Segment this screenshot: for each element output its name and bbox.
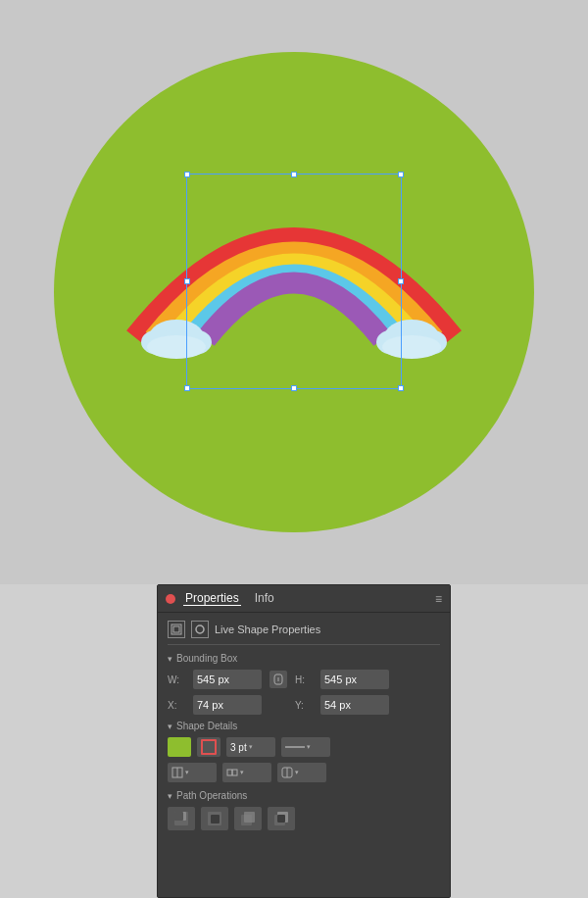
path-op-subtract[interactable] [201, 807, 228, 830]
stroke-icon[interactable] [197, 737, 220, 757]
svg-rect-28 [277, 815, 285, 823]
xy-input-row: X: Y: [168, 695, 440, 715]
link-proportions-icon[interactable] [270, 671, 287, 688]
h-label: H: [295, 674, 313, 685]
fill-color-swatch[interactable] [168, 737, 191, 757]
live-shape-title: Live Shape Properties [215, 624, 320, 635]
tab-info[interactable]: Info [253, 591, 276, 606]
shape-frame-icon [168, 621, 185, 638]
bounding-box-label: Bounding Box [168, 653, 440, 664]
panel-body: Live Shape Properties Bounding Box W: H:… [158, 613, 450, 838]
live-shape-row: Live Shape Properties [168, 621, 440, 645]
shape-row2: ▾ ▾ ▾ [168, 763, 440, 782]
panel-tabs: Properties Info [183, 591, 435, 606]
shape-details-row: 3 pt ▾ ▾ [168, 737, 440, 757]
corners-dropdown[interactable]: ▾ [277, 763, 326, 782]
svg-point-10 [196, 625, 204, 633]
caps-dropdown[interactable]: ▾ [222, 763, 271, 782]
stroke-style-arrow: ▾ [307, 743, 311, 751]
shape-circle-icon [191, 621, 209, 638]
h-input[interactable] [320, 670, 389, 689]
svg-point-7 [382, 335, 441, 359]
svg-rect-23 [211, 815, 220, 823]
align-arrow: ▾ [185, 769, 189, 776]
svg-rect-21 [174, 812, 183, 821]
stroke-size-arrow: ▾ [249, 743, 253, 751]
x-label: X: [168, 700, 185, 711]
y-input[interactable] [320, 695, 389, 715]
artwork-circle [54, 52, 534, 532]
wh-input-row: W: H: [168, 670, 440, 689]
tab-properties[interactable]: Properties [183, 591, 241, 606]
stroke-size-dropdown[interactable]: 3 pt ▾ [226, 737, 275, 757]
y-label: Y: [295, 700, 313, 711]
svg-rect-25 [244, 812, 255, 823]
stroke-size-value: 3 pt [230, 742, 247, 753]
svg-point-3 [147, 335, 206, 359]
shape-details-label: Shape Details [168, 721, 440, 731]
stroke-style-dropdown[interactable]: ▾ [281, 737, 330, 757]
x-input[interactable] [193, 695, 262, 715]
panel-menu-icon[interactable]: ≡ [435, 592, 442, 606]
path-operations-row [168, 807, 440, 830]
w-label: W: [168, 674, 185, 685]
canvas-area [0, 0, 588, 584]
corners-arrow: ▾ [295, 769, 299, 776]
path-op-exclude[interactable] [268, 807, 295, 830]
path-operations-label: Path Operations [168, 790, 440, 801]
w-input[interactable] [193, 670, 262, 689]
caps-arrow: ▾ [240, 769, 244, 776]
panel-header: Properties Info ≡ [158, 585, 450, 613]
path-op-add[interactable] [168, 807, 195, 830]
path-op-intersect[interactable] [234, 807, 262, 830]
properties-panel: Properties Info ≡ Live Shape Properties … [157, 584, 451, 898]
svg-rect-9 [173, 626, 179, 632]
panel-close-button[interactable] [166, 594, 175, 604]
align-dropdown[interactable]: ▾ [168, 763, 217, 782]
rainbow-svg [118, 163, 470, 378]
